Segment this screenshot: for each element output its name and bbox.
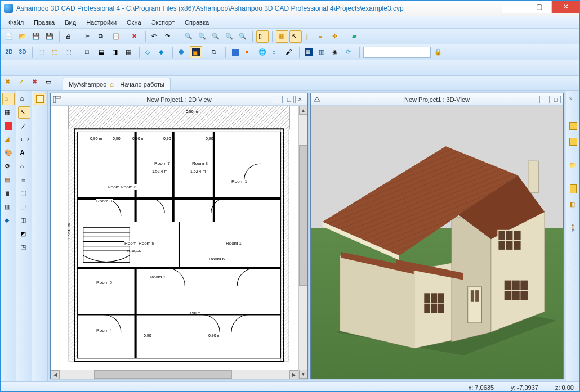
copy-button[interactable]: ⧉ (96, 30, 109, 43)
panel-yellow2-icon[interactable] (567, 136, 579, 148)
tool-palette-icon[interactable]: 🎨 (2, 147, 15, 159)
globe-button[interactable]: 🌐 (256, 46, 269, 58)
render-solid-button[interactable]: ◆ (157, 46, 169, 58)
refresh-button[interactable]: ⟳ (343, 46, 356, 58)
tool-gear-icon[interactable]: ⚙ (2, 160, 15, 173)
view-min-button[interactable]: — (539, 96, 550, 103)
color-button[interactable] (229, 46, 242, 58)
view-2d-button[interactable]: 2D (3, 46, 15, 58)
zoom-all-button[interactable]: 🔍 (237, 30, 249, 43)
close-button[interactable]: ✕ (551, 1, 579, 13)
tool-line-icon[interactable]: ／ (18, 120, 30, 132)
tool-fence-icon[interactable]: ⫼ (2, 187, 15, 200)
clipboard-icon[interactable] (567, 183, 579, 195)
tool-brick-icon[interactable]: ▤ (2, 174, 15, 186)
tab-myashampoo[interactable]: MyAshampoo ⌂ Начало работы (63, 78, 171, 90)
scroll-down-icon[interactable]: ▼ (299, 370, 307, 379)
view-max-button[interactable]: ▢ (551, 96, 561, 103)
tool-close-icon[interactable]: ✖ (30, 76, 42, 88)
misc-panel-icon[interactable]: ◧ (567, 199, 579, 211)
tool-double-line-icon[interactable]: ＝ (18, 174, 30, 186)
menu-windows[interactable]: Окна (122, 18, 146, 27)
grid-toggle-button[interactable]: ▦ (276, 30, 288, 43)
tool-view-icon[interactable]: ◫ (18, 214, 30, 227)
view-2d-canvas[interactable]: Room 1 Room 2 Room 2 Room 3 Room 4 Room … (51, 106, 307, 379)
view-3d-canvas[interactable] (311, 106, 563, 379)
person-icon[interactable]: 🚶 (567, 222, 579, 235)
tool-red-square-icon[interactable] (2, 120, 15, 132)
paste-button[interactable]: 📋 (110, 30, 122, 43)
layer-selector[interactable] (363, 47, 431, 58)
fire-button[interactable]: ● (243, 46, 255, 58)
perspective-button[interactable]: ▣ (190, 46, 202, 58)
tool-dimension-icon[interactable]: ⟷ (18, 133, 30, 146)
view-2d-vscroll[interactable]: ▲ ▼ (298, 106, 307, 379)
folder-icon[interactable]: 📁 (567, 159, 579, 172)
cursor-toggle-button[interactable]: ↖ (289, 30, 302, 43)
cut-button[interactable]: ✂ (83, 30, 95, 43)
view-2d-content[interactable]: Room 1 Room 2 Room 2 Room 3 Room 4 Room … (51, 106, 307, 379)
part1-button[interactable]: ▦ (303, 46, 315, 58)
tool-rect-icon[interactable]: ▭ (43, 76, 56, 88)
delete-button[interactable]: ✖ (130, 30, 142, 43)
tool-struct-icon[interactable]: ⌂ (18, 93, 30, 105)
zoom-fit-button[interactable]: 🔍 (223, 30, 235, 43)
cube-button[interactable]: ⬣ (176, 46, 189, 58)
brush-button[interactable]: 🖌 (283, 46, 296, 58)
save-as-button[interactable]: 💾 (43, 30, 56, 43)
scroll-right-icon[interactable]: ▶ (289, 370, 298, 379)
menu-edit[interactable]: Правка (29, 18, 59, 27)
select-cross-button[interactable]: ✢ (330, 30, 342, 43)
layout-quad-button[interactable]: ▦ (123, 46, 136, 58)
view-els-button[interactable]: ⬚ (63, 46, 75, 58)
record-button[interactable]: ◉ (330, 46, 342, 58)
view-min-button[interactable]: — (273, 96, 283, 103)
zoom-in-button[interactable]: 🔍 (196, 30, 208, 43)
menu-settings[interactable]: Настройки (82, 18, 121, 27)
layout-vert-button[interactable]: ◨ (110, 46, 122, 58)
lock-button[interactable]: 🔒 (432, 46, 444, 58)
save-button[interactable]: 💾 (30, 30, 42, 43)
layer-align-button[interactable]: ▰ (350, 30, 362, 43)
minimize-button[interactable]: — (502, 1, 527, 13)
undo-button[interactable]: ↶ (149, 30, 162, 43)
tool-persp-icon[interactable]: ◳ (18, 241, 30, 254)
redo-button[interactable]: ↷ (163, 30, 175, 43)
layout-horiz-button[interactable]: ⬓ (96, 46, 109, 58)
panel-toggle-button[interactable]: ▯ (256, 30, 269, 43)
menu-file[interactable]: Файл (4, 18, 28, 27)
menu-view[interactable]: Вид (60, 18, 81, 27)
expand-icon[interactable]: » (567, 93, 579, 105)
render-wire-button[interactable]: ◇ (143, 46, 155, 58)
copy-view-button[interactable]: ⧉ (209, 46, 222, 58)
view-close-button[interactable]: ✕ (295, 96, 305, 103)
view-plan-button[interactable]: ⬚ (50, 46, 62, 58)
menu-export[interactable]: Экспорт (147, 18, 179, 27)
tool-pointer-icon[interactable]: ↖ (18, 106, 30, 119)
tool-text-icon[interactable]: A (18, 147, 30, 159)
tool-house-icon[interactable]: ⌂ (2, 93, 15, 105)
open-button[interactable]: 📂 (16, 30, 29, 43)
tool-select-frame-icon[interactable] (34, 93, 46, 105)
print-button[interactable]: 🖨 (63, 30, 75, 43)
tool-section-icon[interactable]: ◩ (18, 228, 30, 240)
view-max-button[interactable]: ▢ (284, 96, 294, 103)
home-roof-button[interactable]: ⌂ (270, 46, 282, 58)
tool-check-icon[interactable]: ↗ (16, 76, 29, 88)
scroll-left-icon[interactable]: ◀ (51, 370, 60, 379)
zoom-button[interactable]: 🔍 (182, 30, 195, 43)
part2-button[interactable]: ▥ (316, 46, 329, 58)
ruler-v-button[interactable]: ‖ (303, 30, 315, 43)
ruler-h-button[interactable]: ≡ (316, 30, 329, 43)
tool-roof-icon[interactable]: ◢ (2, 133, 15, 146)
tool-hammer-icon[interactable]: ✖ (3, 76, 15, 88)
view-2d-hscroll[interactable]: ◀ ▶ (51, 370, 298, 379)
menu-help[interactable]: Справка (180, 18, 213, 27)
tool-shape3d-icon[interactable]: ◆ (2, 214, 15, 227)
tool-edge-icon[interactable]: ⬚ (18, 187, 30, 200)
new-doc-button[interactable]: 📄 (3, 30, 15, 43)
tool-edit-icon[interactable]: ⬚ (18, 201, 30, 213)
panel-yellow1-icon[interactable] (567, 120, 579, 132)
tool-building-icon[interactable]: ⌂ (18, 160, 30, 173)
view-3d-button[interactable]: 3D (16, 46, 29, 58)
